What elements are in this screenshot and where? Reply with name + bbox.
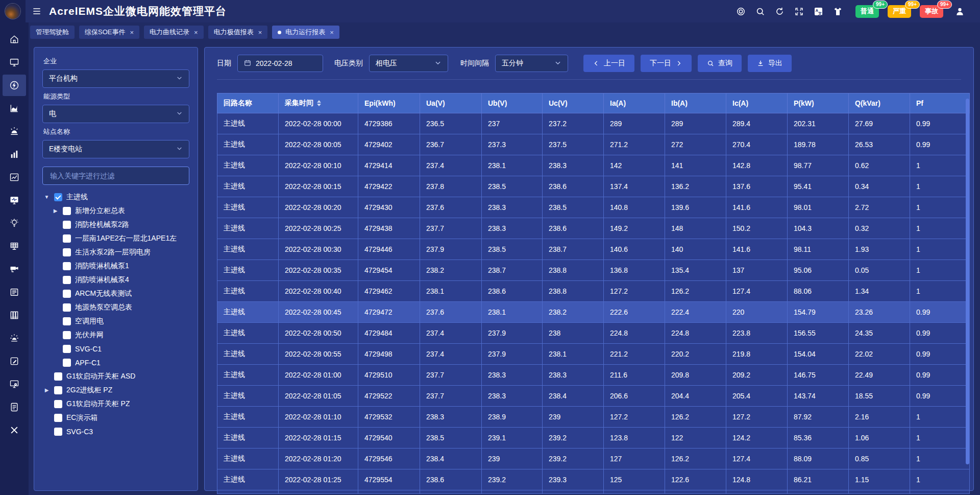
tree-checkbox[interactable]: [54, 414, 62, 422]
interval-select[interactable]: 五分钟: [495, 55, 568, 72]
sidebar-item-solar-panel[interactable]: [3, 235, 26, 257]
tree-node[interactable]: G1软启动开关柜 PZ: [42, 397, 189, 411]
company-select[interactable]: 平台机构: [42, 69, 189, 88]
table-row[interactable]: 主进线2022-02-28 00:254729438237.7238.3238.…: [217, 218, 970, 239]
tree-checkbox[interactable]: [63, 248, 71, 256]
vertical-scrollbar[interactable]: [966, 99, 969, 464]
sidebar-item-bulb[interactable]: [3, 213, 26, 234]
tree-checkbox[interactable]: [54, 372, 62, 381]
close-icon[interactable]: ×: [130, 29, 134, 36]
tree-filter-input[interactable]: [49, 171, 183, 180]
date-picker[interactable]: 2022-02-28: [237, 55, 323, 72]
sidebar-item-edit[interactable]: [3, 350, 26, 372]
tree-checkbox[interactable]: [63, 276, 71, 284]
tree-node[interactable]: ▶2G2进线柜 PZ: [42, 383, 189, 397]
prev-day-button[interactable]: 上一日: [583, 55, 634, 72]
table-row[interactable]: 主进线2022-02-28 01:054729522237.7238.3238.…: [217, 386, 970, 407]
tab-电力极值报表[interactable]: 电力极值报表×: [208, 26, 268, 39]
tree-checkbox[interactable]: [54, 193, 62, 201]
sidebar-item-monitor[interactable]: [3, 52, 26, 73]
tree-checkbox[interactable]: [63, 303, 71, 312]
sidebar-item-bar-chart[interactable]: [3, 144, 26, 165]
sidebar-item-document[interactable]: [3, 396, 26, 418]
support-icon[interactable]: [736, 7, 746, 16]
sidebar-item-alarm-light[interactable]: [3, 327, 26, 349]
voltage-type-select[interactable]: 相电压: [369, 55, 448, 72]
table-row[interactable]: 主进线2022-02-28 00:204729430237.6238.3238.…: [217, 197, 970, 218]
sort-carets-icon[interactable]: [317, 100, 321, 106]
next-day-button[interactable]: 下一日: [641, 55, 692, 72]
table-row[interactable]: 主进线2022-02-28 00:454729472237.6238.1238.…: [217, 302, 970, 323]
expand-arrow-icon[interactable]: ▶: [43, 387, 50, 393]
table-row[interactable]: 主进线2022-02-28 00:054729402236.7237.3237.…: [217, 134, 970, 155]
search-icon[interactable]: [755, 7, 765, 16]
alarm-badge[interactable]: 事故99+: [920, 5, 943, 18]
tree-checkbox[interactable]: [63, 207, 71, 215]
tab-电力曲线记录[interactable]: 电力曲线记录×: [144, 26, 204, 39]
table-row[interactable]: 主进线2022-02-28 00:004729386236.5237237.22…: [217, 113, 970, 134]
tree-node[interactable]: ▼主进线: [42, 190, 189, 204]
tab-电力运行报表[interactable]: 电力运行报表×: [272, 26, 339, 39]
tree-node[interactable]: 空调用电: [42, 314, 189, 328]
tab-综保SOE事件[interactable]: 综保SOE事件×: [79, 26, 139, 39]
table-row[interactable]: 主进线2022-02-28 00:554729498237.4237.9238.…: [217, 344, 970, 365]
expand-arrow-icon[interactable]: ▼: [43, 194, 50, 200]
sidebar-item-alarm[interactable]: [3, 121, 26, 142]
tree-node[interactable]: 光伏并网: [42, 328, 189, 342]
tree-node[interactable]: 地源热泵空调总表: [42, 300, 189, 314]
table-row[interactable]: 主进线2022-02-28 00:504729484237.4237.92382…: [217, 323, 970, 344]
table-row[interactable]: 主进线2022-02-28 01:254729554238.6239.2239.…: [217, 469, 970, 490]
tree-node[interactable]: ARCM无线表测试: [42, 287, 189, 300]
translate-icon[interactable]: A文: [814, 7, 823, 16]
tree-node[interactable]: 消防喷淋机械泵1: [42, 259, 189, 273]
tree-node[interactable]: 生活水泵2路一层弱电房: [42, 245, 189, 259]
sidebar-item-home[interactable]: [3, 29, 26, 50]
alarm-badge[interactable]: 普通99+: [855, 5, 879, 18]
sidebar-item-doc-panel[interactable]: [3, 281, 26, 303]
tree-checkbox[interactable]: [63, 290, 71, 298]
sidebar-item-line-chart[interactable]: [3, 167, 26, 188]
tree-checkbox[interactable]: [54, 400, 62, 408]
energy-type-select[interactable]: 电: [42, 105, 189, 123]
table-row[interactable]: 主进线2022-02-28 00:354729454238.2238.7238.…: [217, 260, 970, 281]
column-header-采集时间[interactable]: 采集时间: [279, 93, 358, 113]
table-row[interactable]: 主进线2022-02-28 01:004729510237.7238.3238.…: [217, 365, 970, 386]
sidebar-item-trend-area[interactable]: [3, 98, 26, 119]
sidebar-item-energy[interactable]: [3, 75, 26, 96]
tree-checkbox[interactable]: [63, 345, 71, 353]
tree-node[interactable]: 消防栓机械泵2路: [42, 218, 189, 231]
tree-checkbox[interactable]: [63, 331, 71, 339]
alarm-badge[interactable]: 严重99+: [888, 5, 911, 18]
table-row[interactable]: 主进线2022-02-28 00:304729446237.9238.5238.…: [217, 239, 970, 260]
fullscreen-icon[interactable]: [794, 7, 804, 16]
tree-checkbox[interactable]: [63, 221, 71, 229]
tree-node[interactable]: ▶新增分立柜总表: [42, 204, 189, 218]
close-icon[interactable]: ×: [194, 29, 198, 36]
tab-管理驾驶舱[interactable]: 管理驾驶舱: [30, 26, 75, 39]
table-row[interactable]: 主进线2022-02-28 00:104729414237.4238.1238.…: [217, 155, 970, 176]
theme-icon[interactable]: [833, 7, 843, 16]
tree-checkbox[interactable]: [63, 234, 71, 243]
station-select[interactable]: E楼变电站: [42, 140, 189, 158]
tree-node[interactable]: G1软启动开关柜 ASD: [42, 369, 189, 383]
close-icon[interactable]: ×: [258, 29, 262, 36]
close-icon[interactable]: ×: [330, 29, 334, 36]
sidebar-item-camera[interactable]: [3, 258, 26, 280]
query-button[interactable]: 查询: [698, 55, 742, 72]
tree-checkbox[interactable]: [63, 317, 71, 325]
export-button[interactable]: 导出: [748, 55, 792, 72]
sidebar-item-tools[interactable]: [3, 419, 26, 441]
sidebar-item-cabinet[interactable]: [3, 304, 26, 326]
table-row[interactable]: 主进线2022-02-28 01:154729540238.5239.1239.…: [217, 428, 970, 449]
tree-checkbox[interactable]: [63, 359, 71, 367]
tree-node[interactable]: SVG-C3: [42, 425, 189, 438]
table-row[interactable]: 主进线2022-02-28 00:404729462238.1238.6238.…: [217, 281, 970, 302]
user-icon[interactable]: [955, 7, 965, 16]
refresh-icon[interactable]: [775, 7, 785, 16]
tree-node[interactable]: 一层南1APE2右一层北1APE1左: [42, 231, 189, 245]
tree-checkbox[interactable]: [54, 386, 62, 394]
sidebar-item-monitor-gear[interactable]: [3, 373, 26, 395]
sidebar-item-monitor-pulse[interactable]: [3, 190, 26, 211]
avatar[interactable]: [5, 4, 20, 19]
tree-node[interactable]: SVG-C1: [42, 342, 189, 356]
